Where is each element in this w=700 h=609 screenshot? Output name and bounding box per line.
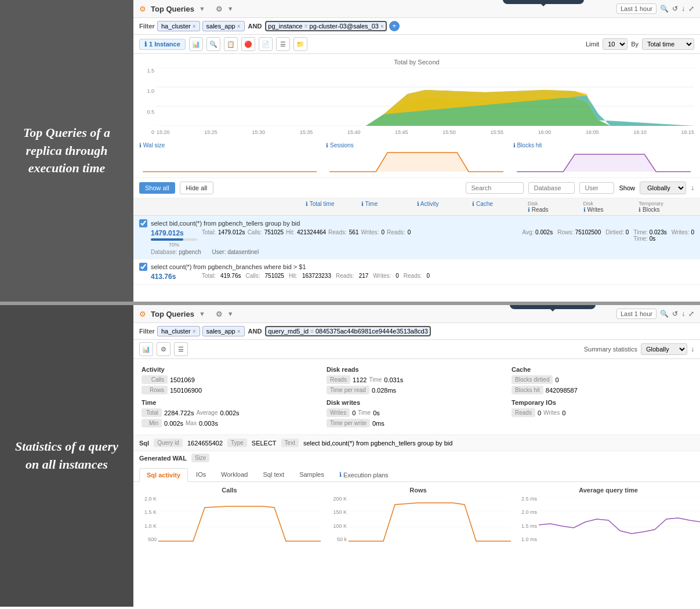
database-input[interactable] [528,182,575,194]
main-chart-area: Total by Second 1.5 1.0 0.5 0 [133,54,700,140]
tb2-chart-icon[interactable]: 📊 [139,342,153,356]
stat-reads2-label: Reads: [387,229,405,248]
download-stats-btn[interactable]: ↓ [691,345,694,353]
tb-icon-7[interactable]: 📁 [293,37,307,51]
refresh-btn-2[interactable]: ↺ [672,310,678,318]
chip-key-sales: sales_app [206,23,235,30]
tab-samples[interactable]: Samples [292,468,331,481]
xl-1555: 15:55 [491,129,504,135]
by-select[interactable]: Total time [642,38,694,50]
avg-time-chart: Average query time 2.5 ms 2.0 ms 1.5 ms … [516,487,700,542]
tb2-table-icon[interactable]: ☰ [174,342,188,356]
tab-ios[interactable]: IOs [189,468,213,481]
search-btn-2[interactable]: 🔍 [660,310,669,318]
dropdown-arrow-1[interactable]: ▼ [199,5,205,12]
user-input[interactable] [579,182,614,194]
filter-add-1[interactable]: + [389,21,400,31]
filter-chip-pg-instance[interactable]: pg_instance = pg-cluster-03@sales_03 × [265,21,386,31]
x-axis-labels: 15:20 15:25 15:30 15:35 15:40 15:45 15:5… [157,129,694,135]
db-label-1: Database: [151,249,179,255]
tab-sql-text[interactable]: Sql text [256,468,291,481]
tab-workload[interactable]: Workload [214,468,255,481]
tb-icon-4[interactable]: 🔴 [241,37,255,51]
instance-badge-text: 1 Instance [149,41,180,48]
time-selector-1[interactable]: Last 1 hour [616,3,657,14]
search-btn-1[interactable]: 🔍 [660,5,669,13]
filter-chip-sales[interactable]: sales_app × [202,21,245,31]
main-chart-svg [157,68,694,126]
hide-all-btn[interactable]: Hide all [180,182,214,194]
tb-icon-1[interactable]: 📊 [189,37,203,51]
mini-chart-blocks: ℹ Blocks hit [513,142,694,175]
chip-remove-sales-2[interactable]: × [237,328,241,335]
expand-btn-2[interactable]: ⤢ [688,310,694,318]
time-total-val: 2284.722s [164,409,194,416]
xl-1540: 15:40 [347,129,361,135]
left-panel-1: Top Queries of a replica through executi… [0,0,133,302]
query-row-1-data: 1479.012s 70% Total:1479.012s Calls:7510… [151,229,694,248]
db-val-1: pgbench [179,249,201,255]
stat-writes-val: 0 [381,229,385,248]
expand-btn-1[interactable]: ⤢ [688,5,694,13]
bottom-charts-row: Calls 2.0 K 1.5 K 1.0 K 500 [133,482,700,547]
text-val: select bid,count(*) from pgbench_tellers… [303,440,694,447]
top-bar-right-1: Last 1 hour 🔍 ↺ ↓ ⤢ [616,3,694,14]
col-cache-header: ℹ Cache [472,201,528,213]
globally-select[interactable]: Globally [640,182,686,194]
filter-chip-ha[interactable]: ha_cluster × [157,21,200,31]
col-disk-reads-header: Disk ℹ Reads [528,201,583,213]
rows-val-1: 75102500 [574,229,601,235]
total-info-icon: ℹ [306,201,308,207]
query-row-2: select count(*) from pgbench_branches wh… [133,259,700,285]
sessions-info-icon: ℹ [326,142,328,148]
download-queries-btn[interactable]: ↓ [691,184,694,192]
chip-remove-ha[interactable]: × [193,23,196,30]
chip-eq-2: = [310,328,314,335]
filter-chip-query-id[interactable]: query_md5_id = 0845375ac44b6981ce9444e35… [265,326,430,336]
section2-header-title: Top Queries [151,310,194,318]
tab-execution-plans[interactable]: ℹ Execution plans [332,468,396,481]
rows-y-labels: 200 K 150 K 100 K 50 k [325,496,349,542]
top-bar-left-2: ⚙ Top Queries ▼ ⚙ ▼ [139,310,234,318]
stat-reads2-val: 0 [408,229,411,248]
tb2-settings-icon[interactable]: ⚙ [157,342,171,356]
query-id-val: 1624655402 [187,440,223,447]
time-total-row: Total 2284.722s Average 0.002s [142,408,322,417]
query-checkbox-1[interactable] [139,219,147,227]
tab-sql-activity[interactable]: Sql activity [139,468,188,482]
dr-time-val: 0.031s [384,376,403,383]
refresh-btn-1[interactable]: ↺ [672,5,678,13]
search-input[interactable] [466,182,524,194]
chip-remove-sales[interactable]: × [237,23,241,30]
query-checkbox-2[interactable] [139,263,147,271]
download-btn-2[interactable]: ↓ [681,310,685,318]
tb-icon-6[interactable]: ☰ [276,37,290,51]
gear-dropdown-1[interactable]: ▼ [227,5,234,12]
query-1-rows: Rows: 75102500 [557,229,601,248]
dw-writes-val: 0 [352,409,356,416]
dw-tpw-row: Time per write 0ms [327,419,507,427]
tb-icon-2[interactable]: 🔍 [206,37,220,51]
limit-select[interactable]: 102550 [603,38,628,50]
gen-wal-title: Generated WAL [139,455,187,462]
download-btn-1[interactable]: ↓ [681,5,685,13]
dropdown-arrow-2[interactable]: ▼ [199,310,205,317]
total-val-2: 413.76s [151,273,197,281]
globally-select-2[interactable]: Globally [641,343,687,355]
gear-icon-1[interactable]: ⚙ [216,5,223,13]
chip-remove-pg[interactable]: × [380,23,384,30]
xl-1525: 15:25 [204,129,217,135]
mini-charts-row: ℹ Wal size ℹ Sessions [133,140,700,178]
gear-dropdown-2[interactable]: ▼ [227,310,234,317]
chip-remove-ha-2[interactable]: × [193,328,196,335]
mini-chart-wal: ℹ Wal size [139,142,320,175]
show-all-btn[interactable]: Show all [139,182,175,194]
dirtied-label: Blocks dirtied [512,375,553,384]
filter-chip-ha-2[interactable]: ha_cluster × [157,326,200,336]
tb-icon-3[interactable]: 📋 [224,37,238,51]
filter-chip-sales-2[interactable]: sales_app × [202,326,245,336]
tb-icon-5[interactable]: 📄 [259,37,273,51]
reads2-val: 217 [359,273,369,281]
gear-icon-2[interactable]: ⚙ [216,310,223,318]
time-selector-2[interactable]: Last 1 hour [616,309,657,319]
